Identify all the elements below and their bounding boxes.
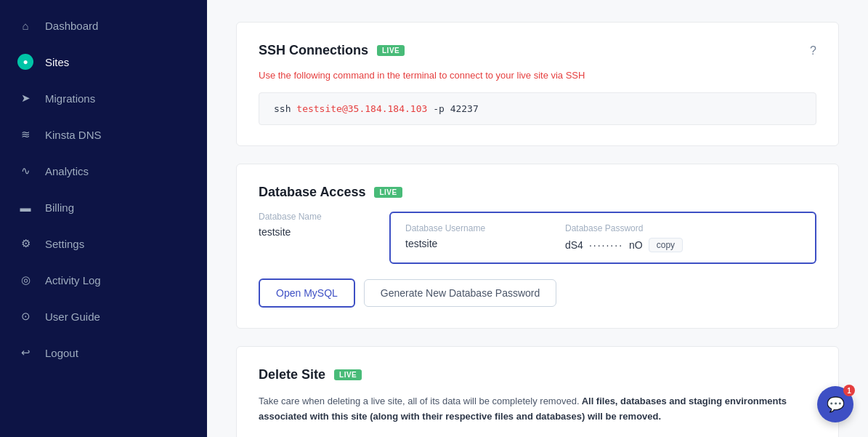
logout-icon: ↩ <box>17 345 33 361</box>
db-fields-row: Database Name testsite Database Username… <box>259 212 816 264</box>
ssh-section: SSH Connections LIVE ? Use the following… <box>236 22 839 146</box>
sidebar-item-label: Logout <box>45 347 78 359</box>
db-live-badge: LIVE <box>374 187 402 198</box>
sidebar-item-label: Analytics <box>45 165 89 177</box>
sidebar-item-label: User Guide <box>45 310 100 323</box>
db-name-group: Database Name testsite <box>259 212 389 264</box>
delete-section-title: Delete Site <box>259 367 325 382</box>
db-username-label: Database Username <box>405 223 536 233</box>
db-password-value: dS4········nO copy <box>565 238 683 252</box>
help-circle-icon: ⊙ <box>17 308 33 324</box>
sidebar-item-label: Activity Log <box>45 274 101 286</box>
delete-section-header: Delete Site LIVE <box>259 367 816 382</box>
chart-icon: ∿ <box>17 163 33 179</box>
help-icon[interactable]: ? <box>810 44 816 57</box>
ssh-section-header: SSH Connections LIVE ? <box>259 43 816 58</box>
sidebar-item-label: Dashboard <box>45 20 98 32</box>
main-content: SSH Connections LIVE ? Use the following… <box>207 0 868 437</box>
migrations-icon: ➤ <box>17 90 33 106</box>
ssh-host: testsite@35.184.184.103 <box>296 103 427 114</box>
signal-icon: ≋ <box>17 127 33 143</box>
copy-password-button[interactable]: copy <box>649 238 683 252</box>
sidebar: ⌂ Dashboard ● Sites ➤ Migrations ≋ Kinst… <box>0 0 207 437</box>
delete-warning-strong: All files, databases and staging environ… <box>259 396 787 422</box>
db-username-value: testsite <box>405 238 536 249</box>
db-actions: Open MySQL Generate New Database Passwor… <box>259 278 816 308</box>
ssh-section-title: SSH Connections <box>259 43 368 58</box>
db-password-group: Database Password dS4········nO copy <box>565 223 683 252</box>
eye-icon: ◎ <box>17 272 33 288</box>
gear-icon: ⚙ <box>17 236 33 252</box>
sidebar-item-kinsta-dns[interactable]: ≋ Kinsta DNS <box>0 116 207 153</box>
sidebar-item-analytics[interactable]: ∿ Analytics <box>0 153 207 189</box>
billing-icon: ▬ <box>17 199 33 215</box>
sidebar-item-activity-log[interactable]: ◎ Activity Log <box>0 262 207 298</box>
house-icon: ⌂ <box>17 17 33 33</box>
db-username-group: Database Username testsite <box>405 223 536 252</box>
db-section-header: Database Access LIVE <box>259 185 816 200</box>
sidebar-item-label: Settings <box>45 238 84 250</box>
db-section-title: Database Access <box>259 185 365 200</box>
generate-password-button[interactable]: Generate New Database Password <box>364 279 556 307</box>
sidebar-item-migrations[interactable]: ➤ Migrations <box>0 80 207 116</box>
open-mysql-button[interactable]: Open MySQL <box>259 278 355 308</box>
chat-icon: 💬 <box>827 396 845 413</box>
db-name-value: testsite <box>259 226 389 238</box>
db-name-label: Database Name <box>259 212 389 222</box>
ssh-info-text: Use the following command in the termina… <box>259 70 816 81</box>
sidebar-item-settings[interactable]: ⚙ Settings <box>0 225 207 262</box>
db-credentials-box: Database Username testsite Database Pass… <box>389 212 816 264</box>
sidebar-item-dashboard[interactable]: ⌂ Dashboard <box>0 7 207 44</box>
chat-notification-badge: 1 <box>843 385 855 396</box>
sidebar-item-logout[interactable]: ↩ Logout <box>0 334 207 371</box>
db-password-masked: ········ <box>589 239 623 251</box>
sidebar-item-label: Sites <box>45 56 69 68</box>
delete-live-badge: LIVE <box>334 369 362 380</box>
sidebar-item-label: Migrations <box>45 92 95 105</box>
sidebar-item-billing[interactable]: ▬ Billing <box>0 189 207 225</box>
sidebar-item-label: Kinsta DNS <box>45 129 102 141</box>
delete-site-section: Delete Site LIVE Take care when deleting… <box>236 346 839 437</box>
db-password-suffix: nO <box>629 239 643 251</box>
sidebar-item-label: Billing <box>45 201 74 214</box>
db-password-prefix: dS4 <box>565 239 583 251</box>
db-password-label: Database Password <box>565 223 683 233</box>
globe-icon: ● <box>17 54 33 70</box>
sidebar-item-sites[interactable]: ● Sites <box>0 44 207 80</box>
delete-info-text: Take care when deleting a live site, all… <box>259 394 816 425</box>
ssh-command-block: ssh testsite@35.184.184.103 -p 42237 <box>259 92 816 125</box>
chat-bubble[interactable]: 💬 1 <box>817 386 853 422</box>
ssh-live-badge: LIVE <box>377 45 405 56</box>
sidebar-item-user-guide[interactable]: ⊙ User Guide <box>0 298 207 334</box>
db-section: Database Access LIVE Database Name tests… <box>236 164 839 329</box>
